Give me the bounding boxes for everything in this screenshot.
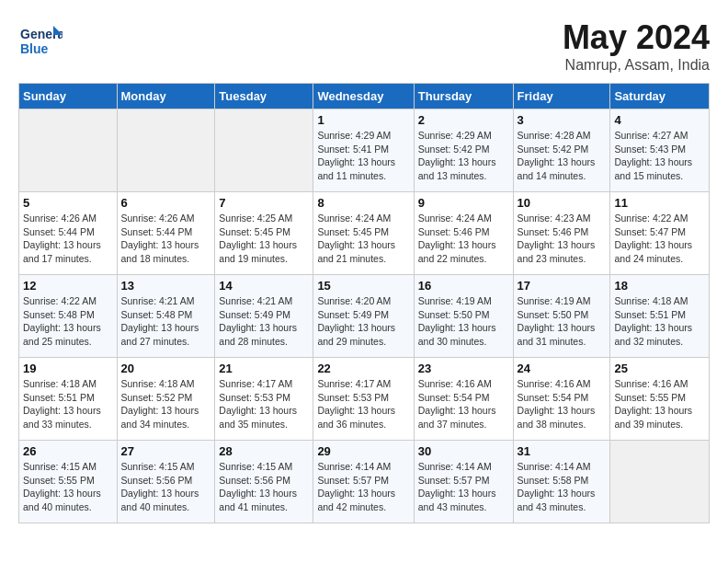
day-info: Sunrise: 4:14 AMSunset: 5:57 PMDaylight:… bbox=[317, 460, 409, 514]
day-info: Sunrise: 4:18 AMSunset: 5:51 PMDaylight:… bbox=[614, 294, 705, 349]
day-info: Sunrise: 4:16 AMSunset: 5:54 PMDaylight:… bbox=[518, 377, 607, 431]
day-number: 30 bbox=[418, 444, 509, 458]
day-info: Sunrise: 4:17 AMSunset: 5:53 PMDaylight:… bbox=[219, 377, 309, 431]
day-number: 25 bbox=[614, 362, 705, 375]
calendar-cell: 30Sunrise: 4:14 AMSunset: 5:57 PMDayligh… bbox=[414, 441, 513, 523]
day-number: 31 bbox=[518, 444, 607, 458]
calendar-cell: 16Sunrise: 4:19 AMSunset: 5:50 PMDayligh… bbox=[414, 275, 513, 358]
day-number: 19 bbox=[23, 362, 113, 375]
logo: General Blue bbox=[18, 18, 59, 55]
weekday-header-row: SundayMondayTuesdayWednesdayThursdayFrid… bbox=[19, 84, 710, 109]
calendar-cell: 18Sunrise: 4:18 AMSunset: 5:51 PMDayligh… bbox=[610, 275, 710, 358]
calendar-cell: 14Sunrise: 4:21 AMSunset: 5:49 PMDayligh… bbox=[215, 275, 313, 358]
calendar-cell bbox=[19, 109, 118, 192]
weekday-header-sunday: Sunday bbox=[19, 84, 118, 109]
calendar-cell: 26Sunrise: 4:15 AMSunset: 5:55 PMDayligh… bbox=[19, 441, 118, 523]
day-number: 28 bbox=[219, 444, 309, 458]
calendar-body: 1Sunrise: 4:29 AMSunset: 5:41 PMDaylight… bbox=[19, 109, 710, 523]
calendar-cell bbox=[117, 109, 215, 192]
calendar-cell: 20Sunrise: 4:18 AMSunset: 5:52 PMDayligh… bbox=[117, 358, 215, 441]
weekday-header-wednesday: Wednesday bbox=[313, 84, 414, 109]
day-info: Sunrise: 4:26 AMSunset: 5:44 PMDaylight:… bbox=[121, 212, 211, 266]
day-info: Sunrise: 4:14 AMSunset: 5:58 PMDaylight:… bbox=[518, 460, 607, 514]
day-info: Sunrise: 4:18 AMSunset: 5:52 PMDaylight:… bbox=[121, 377, 211, 431]
day-number: 15 bbox=[317, 279, 409, 293]
calendar-cell: 17Sunrise: 4:19 AMSunset: 5:50 PMDayligh… bbox=[513, 275, 610, 358]
weekday-header-tuesday: Tuesday bbox=[215, 84, 313, 109]
day-info: Sunrise: 4:15 AMSunset: 5:56 PMDaylight:… bbox=[219, 460, 309, 514]
day-number: 16 bbox=[418, 279, 509, 293]
day-info: Sunrise: 4:29 AMSunset: 5:41 PMDaylight:… bbox=[317, 129, 409, 183]
weekday-header-monday: Monday bbox=[117, 84, 215, 109]
calendar-cell: 2Sunrise: 4:29 AMSunset: 5:42 PMDaylight… bbox=[414, 109, 513, 192]
day-number: 27 bbox=[121, 444, 211, 458]
calendar-cell bbox=[215, 109, 313, 192]
calendar-cell: 6Sunrise: 4:26 AMSunset: 5:44 PMDaylight… bbox=[117, 192, 215, 275]
calendar-cell: 28Sunrise: 4:15 AMSunset: 5:56 PMDayligh… bbox=[215, 441, 313, 523]
calendar-table: SundayMondayTuesdayWednesdayThursdayFrid… bbox=[18, 83, 710, 523]
day-info: Sunrise: 4:22 AMSunset: 5:47 PMDaylight:… bbox=[614, 212, 705, 266]
calendar-cell: 3Sunrise: 4:28 AMSunset: 5:42 PMDaylight… bbox=[513, 109, 610, 192]
calendar-week-row: 1Sunrise: 4:29 AMSunset: 5:41 PMDaylight… bbox=[19, 109, 710, 192]
day-info: Sunrise: 4:16 AMSunset: 5:54 PMDaylight:… bbox=[418, 377, 509, 431]
day-info: Sunrise: 4:16 AMSunset: 5:55 PMDaylight:… bbox=[614, 377, 705, 431]
calendar-cell: 1Sunrise: 4:29 AMSunset: 5:41 PMDaylight… bbox=[313, 109, 414, 192]
calendar-cell: 19Sunrise: 4:18 AMSunset: 5:51 PMDayligh… bbox=[19, 358, 118, 441]
day-number: 8 bbox=[317, 196, 409, 210]
day-number: 2 bbox=[418, 113, 509, 127]
calendar-cell: 5Sunrise: 4:26 AMSunset: 5:44 PMDaylight… bbox=[19, 192, 118, 275]
location: Namrup, Assam, India bbox=[563, 57, 710, 74]
calendar-cell: 23Sunrise: 4:16 AMSunset: 5:54 PMDayligh… bbox=[414, 358, 513, 441]
day-info: Sunrise: 4:15 AMSunset: 5:56 PMDaylight:… bbox=[121, 460, 211, 514]
month-title: May 2024 bbox=[563, 18, 710, 57]
day-info: Sunrise: 4:17 AMSunset: 5:53 PMDaylight:… bbox=[317, 377, 409, 431]
title-area: May 2024 Namrup, Assam, India bbox=[563, 18, 710, 74]
calendar-header: SundayMondayTuesdayWednesdayThursdayFrid… bbox=[19, 84, 710, 109]
day-info: Sunrise: 4:21 AMSunset: 5:48 PMDaylight:… bbox=[121, 294, 211, 349]
calendar-cell: 22Sunrise: 4:17 AMSunset: 5:53 PMDayligh… bbox=[313, 358, 414, 441]
calendar-cell bbox=[610, 441, 710, 523]
weekday-header-saturday: Saturday bbox=[610, 84, 710, 109]
calendar-cell: 9Sunrise: 4:24 AMSunset: 5:46 PMDaylight… bbox=[414, 192, 513, 275]
calendar-cell: 31Sunrise: 4:14 AMSunset: 5:58 PMDayligh… bbox=[513, 441, 610, 523]
day-info: Sunrise: 4:27 AMSunset: 5:43 PMDaylight:… bbox=[614, 129, 705, 183]
weekday-header-friday: Friday bbox=[513, 84, 610, 109]
day-info: Sunrise: 4:25 AMSunset: 5:45 PMDaylight:… bbox=[219, 212, 309, 266]
calendar-cell: 27Sunrise: 4:15 AMSunset: 5:56 PMDayligh… bbox=[117, 441, 215, 523]
day-info: Sunrise: 4:18 AMSunset: 5:51 PMDaylight:… bbox=[23, 377, 113, 431]
page-header: General Blue May 2024 Namrup, Assam, Ind… bbox=[18, 18, 710, 74]
calendar-week-row: 19Sunrise: 4:18 AMSunset: 5:51 PMDayligh… bbox=[19, 358, 710, 441]
day-number: 6 bbox=[121, 196, 211, 210]
day-number: 21 bbox=[219, 362, 309, 375]
day-info: Sunrise: 4:28 AMSunset: 5:42 PMDaylight:… bbox=[518, 129, 607, 183]
day-number: 3 bbox=[518, 113, 607, 127]
day-info: Sunrise: 4:19 AMSunset: 5:50 PMDaylight:… bbox=[518, 294, 607, 349]
day-info: Sunrise: 4:15 AMSunset: 5:55 PMDaylight:… bbox=[23, 460, 113, 514]
day-info: Sunrise: 4:21 AMSunset: 5:49 PMDaylight:… bbox=[219, 294, 309, 349]
calendar-cell: 10Sunrise: 4:23 AMSunset: 5:46 PMDayligh… bbox=[513, 192, 610, 275]
day-number: 17 bbox=[518, 279, 607, 293]
day-number: 9 bbox=[418, 196, 509, 210]
calendar-week-row: 26Sunrise: 4:15 AMSunset: 5:55 PMDayligh… bbox=[19, 441, 710, 523]
day-info: Sunrise: 4:19 AMSunset: 5:50 PMDaylight:… bbox=[418, 294, 509, 349]
day-number: 24 bbox=[518, 362, 607, 375]
day-info: Sunrise: 4:26 AMSunset: 5:44 PMDaylight:… bbox=[23, 212, 113, 266]
day-info: Sunrise: 4:23 AMSunset: 5:46 PMDaylight:… bbox=[518, 212, 607, 266]
day-number: 11 bbox=[614, 196, 705, 210]
calendar-cell: 24Sunrise: 4:16 AMSunset: 5:54 PMDayligh… bbox=[513, 358, 610, 441]
day-number: 13 bbox=[121, 279, 211, 293]
logo-icon: General Blue bbox=[18, 18, 55, 55]
day-info: Sunrise: 4:22 AMSunset: 5:48 PMDaylight:… bbox=[23, 294, 113, 349]
day-number: 7 bbox=[219, 196, 309, 210]
calendar-cell: 4Sunrise: 4:27 AMSunset: 5:43 PMDaylight… bbox=[610, 109, 710, 192]
calendar-cell: 12Sunrise: 4:22 AMSunset: 5:48 PMDayligh… bbox=[19, 275, 118, 358]
day-info: Sunrise: 4:14 AMSunset: 5:57 PMDaylight:… bbox=[418, 460, 509, 514]
day-number: 23 bbox=[418, 362, 509, 375]
day-number: 10 bbox=[518, 196, 607, 210]
day-number: 1 bbox=[317, 113, 409, 127]
svg-text:Blue: Blue bbox=[20, 41, 49, 56]
day-number: 18 bbox=[614, 279, 705, 293]
calendar-cell: 7Sunrise: 4:25 AMSunset: 5:45 PMDaylight… bbox=[215, 192, 313, 275]
day-number: 26 bbox=[23, 444, 113, 458]
day-info: Sunrise: 4:20 AMSunset: 5:49 PMDaylight:… bbox=[317, 294, 409, 349]
